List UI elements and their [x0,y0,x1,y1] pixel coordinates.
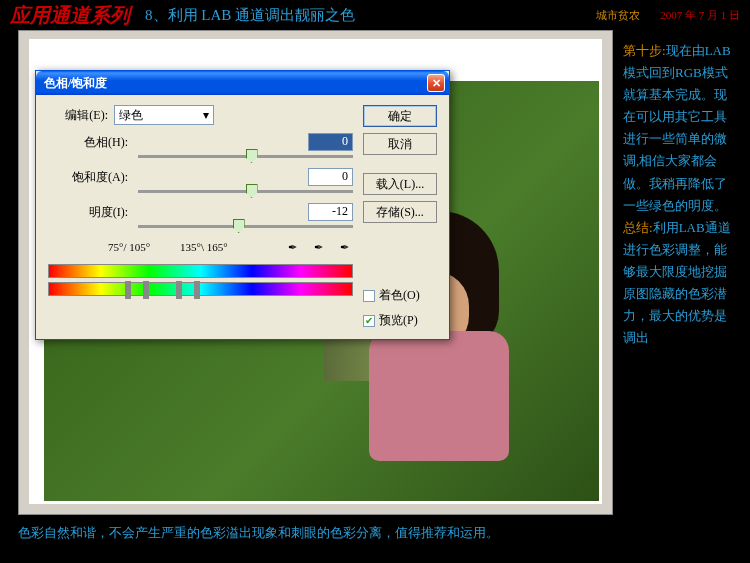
cancel-button[interactable]: 取消 [363,133,437,155]
saturation-thumb[interactable] [246,184,258,198]
range-right: 135°\ 165° [180,241,228,253]
lightness-label: 明度(I): [48,204,128,221]
preview-checkbox-row[interactable]: ✔ 预览(P) [363,312,437,329]
step-text: 现在由LAB模式回到RGB模式就算基本完成。现在可以用其它工具进行一些简单的微调… [623,43,731,213]
dialog-buttons: 确定 取消 载入(L)... 存储(S)... 着色(O) ✔ 预览(P) [363,105,437,329]
eyedropper-tools: ✒ ✒ ✒ [283,238,353,256]
close-icon[interactable]: ✕ [427,74,445,92]
lightness-slider[interactable] [138,225,353,228]
ok-button[interactable]: 确定 [363,105,437,127]
edit-value: 绿色 [119,107,143,124]
lightness-input[interactable]: -12 [308,203,353,221]
series-title: 应用通道系列 [10,2,130,29]
dialog-titlebar[interactable]: 色相/饱和度 ✕ [36,71,449,95]
saturation-input[interactable]: 0 [308,168,353,186]
colorize-checkbox[interactable] [363,290,375,302]
hue-thumb[interactable] [246,149,258,163]
header: 应用通道系列 8、利用 LAB 通道调出靓丽之色 城市贫农 2007 年 7 月… [0,0,750,30]
edit-label: 编辑(E): [48,107,108,124]
hue-slider[interactable] [138,155,353,158]
spectrum-top[interactable] [48,264,353,278]
load-button[interactable]: 载入(L)... [363,173,437,195]
eyedropper-add-icon[interactable]: ✒ [309,238,327,256]
save-button[interactable]: 存储(S)... [363,201,437,223]
author: 城市贫农 [596,8,640,23]
saturation-slider[interactable] [138,190,353,193]
hue-saturation-dialog: 色相/饱和度 ✕ 编辑(E): 绿色 ▾ 色相(H): 0 [35,70,450,340]
chevron-down-icon: ▾ [203,108,209,123]
image-area: 色相/饱和度 ✕ 编辑(E): 绿色 ▾ 色相(H): 0 [0,30,615,520]
page-title: 8、利用 LAB 通道调出靓丽之色 [145,6,355,25]
range-left: 75°/ 105° [108,241,150,253]
spectrum-handle[interactable] [143,281,149,299]
eyedropper-subtract-icon[interactable]: ✒ [335,238,353,256]
saturation-label: 饱和度(A): [48,169,128,186]
colorize-label: 着色(O) [379,287,420,304]
preview-checkbox[interactable]: ✔ [363,315,375,327]
colorize-checkbox-row[interactable]: 着色(O) [363,287,437,304]
spectrum-handle[interactable] [125,281,131,299]
preview-label: 预览(P) [379,312,418,329]
dialog-body: 编辑(E): 绿色 ▾ 色相(H): 0 饱和度(A): 0 [36,95,449,339]
step-label: 第十步: [623,43,666,58]
sidebar-text: 第十步:现在由LAB模式回到RGB模式就算基本完成。现在可以用其它工具进行一些简… [615,30,750,520]
hue-label: 色相(H): [48,134,128,151]
spectrum-handle[interactable] [176,281,182,299]
summary-text: 利用LAB通道进行色彩调整，能够最大限度地挖掘原图隐藏的色彩潜力，最大的优势是调… [623,220,731,345]
footer-text: 色彩自然和谐，不会产生严重的色彩溢出现象和刺眼的色彩分离，值得推荐和运用。 [0,520,750,546]
lightness-thumb[interactable] [233,219,245,233]
dialog-title: 色相/饱和度 [40,75,427,92]
spectrum-handle[interactable] [194,281,200,299]
date: 2007 年 7 月 1 日 [660,8,740,23]
summary-label: 总结: [623,220,653,235]
dialog-controls: 编辑(E): 绿色 ▾ 色相(H): 0 饱和度(A): 0 [48,105,353,329]
edit-dropdown[interactable]: 绿色 ▾ [114,105,214,125]
main: 色相/饱和度 ✕ 编辑(E): 绿色 ▾ 色相(H): 0 [0,30,750,520]
hue-input[interactable]: 0 [308,133,353,151]
eyedropper-icon[interactable]: ✒ [283,238,301,256]
spectrum-bottom[interactable] [48,282,353,296]
color-range-row: 75°/ 105° 135°\ 165° ✒ ✒ ✒ [108,238,353,256]
